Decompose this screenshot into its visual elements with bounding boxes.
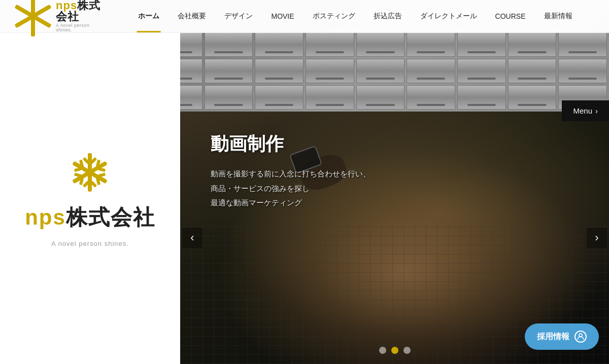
mailbox-cell xyxy=(407,59,455,83)
nav-item-company[interactable]: 会社概要 xyxy=(168,0,215,32)
left-logo-name-row: nps株式会社 xyxy=(25,203,155,232)
left-logo-nps: nps株式会社 xyxy=(25,203,155,232)
logo-area[interactable]: nps株式会社 A novel person shines. xyxy=(0,0,101,39)
logo-icon xyxy=(10,0,56,39)
mailbox-cell xyxy=(407,32,455,57)
slide-desc-line1: 動画を撮影する前に入念に打ち合わせを行い、 xyxy=(211,169,370,178)
svg-rect-10 xyxy=(13,39,20,39)
slide-desc-line3: 最適な動画マーケティング xyxy=(211,198,302,207)
slider-next-button[interactable]: › xyxy=(587,228,607,248)
svg-rect-22 xyxy=(98,173,106,177)
menu-label: Menu xyxy=(573,106,592,115)
slide-description: 動画を撮影する前に入念に打ち合わせを行い、 商品・サービスの強みを探し 最適な動… xyxy=(211,167,370,210)
svg-rect-28 xyxy=(74,167,82,172)
logo-name: nps株式会社 xyxy=(56,0,101,22)
left-logo: nps株式会社 A novel person shines. xyxy=(25,150,155,247)
mailbox-cell xyxy=(457,32,506,57)
mailbox-cell xyxy=(508,32,557,57)
mailbox-cell xyxy=(558,59,607,83)
slider-dots xyxy=(379,347,411,354)
mailbox-cell xyxy=(457,59,506,83)
nav-item-course[interactable]: COURSE xyxy=(486,0,535,32)
mailbox-cell xyxy=(255,32,303,57)
slide-desc-line2: 商品・サービスの強みを探し xyxy=(211,184,310,193)
slider-dot-2[interactable] xyxy=(403,347,411,354)
mailbox-cell xyxy=(457,85,506,110)
mailbox-cell xyxy=(356,85,405,110)
logo-tagline: A novel person shines. xyxy=(56,23,101,32)
slider-dot-1[interactable] xyxy=(391,347,398,354)
header: nps株式会社 A novel person shines. ホーム会社概要デザ… xyxy=(0,0,609,33)
svg-rect-21 xyxy=(98,167,106,172)
mailbox-cell xyxy=(255,85,303,110)
menu-arrow: › xyxy=(595,106,598,115)
svg-point-30 xyxy=(579,334,582,337)
logo-text: nps株式会社 A novel person shines. xyxy=(56,0,101,32)
nav-item-home[interactable]: ホーム xyxy=(129,0,168,32)
mailbox-cell xyxy=(205,59,253,83)
nav-item-movie[interactable]: MOVIE xyxy=(262,0,303,32)
nav-item-posting[interactable]: ポスティング xyxy=(303,0,364,32)
recruit-icon xyxy=(574,331,587,343)
slide-title: 動画制作 xyxy=(211,132,370,157)
nav-item-news[interactable]: 最新情報 xyxy=(535,0,582,32)
mailbox-cell xyxy=(306,85,354,110)
main-nav: ホーム会社概要デザインMOVIEポスティング折込広告ダイレクトメールCOURSE… xyxy=(101,0,609,32)
slider-dot-0[interactable] xyxy=(379,347,386,354)
mailbox-cell xyxy=(255,59,303,83)
slider-prev-button[interactable]: ‹ xyxy=(182,228,202,248)
left-logo-tagline: A novel person shines. xyxy=(51,240,129,247)
mailbox-cell xyxy=(306,32,354,57)
left-panel: nps株式会社 A novel person shines. xyxy=(0,33,180,364)
mailbox-cell xyxy=(508,59,557,83)
slide-content: 動画制作 動画を撮影する前に入念に打ち合わせを行い、 商品・サービスの強みを探し… xyxy=(211,132,370,210)
mailbox-cell xyxy=(205,85,253,110)
left-logo-icon xyxy=(67,150,113,195)
svg-rect-9 xyxy=(46,39,53,39)
mailbox-cell xyxy=(356,32,405,57)
mailbox-cell xyxy=(508,85,557,110)
recruit-button[interactable]: 採用情報 xyxy=(525,323,599,350)
mailbox-cell xyxy=(356,59,405,83)
mailbox-cell xyxy=(306,59,354,83)
recruit-label: 採用情報 xyxy=(537,332,569,342)
mailbox-cell xyxy=(205,32,253,57)
nav-item-dm[interactable]: ダイレクトメール xyxy=(411,0,486,32)
svg-rect-27 xyxy=(74,173,82,177)
menu-button[interactable]: Menu › xyxy=(562,100,609,121)
mailbox-cell xyxy=(558,32,607,57)
nav-item-design[interactable]: デザイン xyxy=(215,0,262,32)
mailbox-cell xyxy=(407,85,455,110)
nav-item-flyer[interactable]: 折込広告 xyxy=(364,0,411,32)
